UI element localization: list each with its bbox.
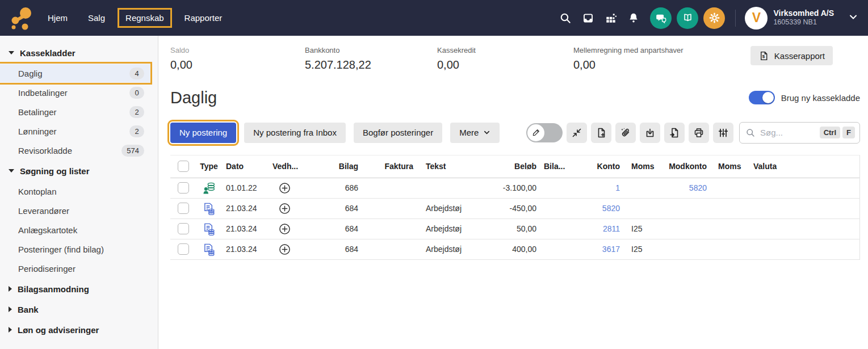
tab-rapporter[interactable]: Rapporter bbox=[184, 13, 223, 23]
kasserapport-button[interactable]: $ Kasserapport bbox=[750, 46, 833, 65]
settings-gear-icon[interactable] bbox=[703, 7, 725, 29]
edit-mode-toggle[interactable] bbox=[526, 123, 563, 142]
add-attachment-icon[interactable] bbox=[279, 182, 291, 194]
search-icon[interactable] bbox=[554, 7, 577, 30]
table-row[interactable]: 21.03.24 684 Arbejdstøj 50,00 2811 I25 bbox=[170, 219, 859, 239]
chevron-down-icon[interactable] bbox=[848, 11, 859, 25]
sidebar-item-lonninger[interactable]: Lønninger 2 bbox=[0, 122, 150, 140]
row-checkbox[interactable] bbox=[178, 243, 189, 255]
app-grid-icon[interactable] bbox=[599, 7, 622, 30]
cell-tekst: Arbejdstøj bbox=[414, 219, 494, 239]
search-input[interactable] bbox=[760, 128, 817, 137]
sidebar-section-sogning-og-lister[interactable]: Søgning og lister bbox=[0, 161, 158, 181]
sidebar-item-revisorkladde[interactable]: Revisorkladde 574 bbox=[0, 141, 150, 159]
count-badge: 0 bbox=[129, 87, 144, 99]
account-menu[interactable]: V Virksomhed A/S 1605339 NB1 bbox=[745, 7, 834, 30]
konto-link[interactable]: 5820 bbox=[602, 204, 620, 213]
triangle-down-icon bbox=[9, 51, 14, 54]
tab-hjem[interactable]: Hjem bbox=[48, 13, 68, 23]
table-row[interactable]: 01.01.22 686 -3.100,00 1 5820 bbox=[170, 178, 859, 199]
konto-link[interactable]: 3617 bbox=[602, 245, 620, 254]
triangle-right-icon bbox=[9, 306, 12, 312]
stat-label: Bankkonto bbox=[305, 46, 437, 55]
cell-valuta bbox=[745, 239, 859, 259]
cell-belob: -450,00 bbox=[494, 199, 536, 218]
cell-bila bbox=[536, 219, 579, 239]
sidebar-item-periodiseringer[interactable]: Periodiseringer bbox=[0, 259, 150, 277]
sidebar-item-kontoplan[interactable]: Kontoplan bbox=[0, 182, 150, 200]
chat-icon[interactable] bbox=[650, 7, 672, 29]
cell-dato: 21.03.24 bbox=[221, 219, 262, 239]
chevron-down-icon bbox=[483, 129, 490, 136]
inbox-icon[interactable] bbox=[577, 7, 599, 30]
app-logo-icon[interactable] bbox=[9, 6, 34, 31]
cell-bila bbox=[536, 178, 579, 198]
ny-postering-button[interactable]: Ny postering bbox=[170, 123, 236, 143]
collapse-rows-button[interactable] bbox=[567, 123, 587, 143]
sidebar-section-bank[interactable]: Bank bbox=[0, 299, 158, 319]
cash-report-icon: $ bbox=[758, 51, 769, 61]
company-avatar: V bbox=[745, 7, 768, 30]
row-checkbox[interactable] bbox=[178, 182, 189, 194]
shortcut-key-ctrl: Ctrl bbox=[820, 127, 840, 138]
sidebar-item-leverandorer[interactable]: Leverandører bbox=[0, 201, 150, 220]
sidebar-section-bilagsanmodning[interactable]: Bilagsanmodning bbox=[0, 279, 158, 299]
finance-voucher-icon bbox=[203, 243, 216, 256]
konto-link[interactable]: 2811 bbox=[603, 224, 620, 233]
cell-dato: 21.03.24 bbox=[221, 199, 262, 218]
notifications-bell-icon[interactable] bbox=[622, 7, 645, 30]
print-button[interactable] bbox=[689, 123, 709, 143]
bogfor-posteringer-button[interactable]: Bogfør posteringer bbox=[354, 123, 442, 143]
cell-bila bbox=[536, 199, 579, 218]
sidebar-section-lon-og-adviseringer[interactable]: Løn og adviseringer bbox=[0, 319, 158, 340]
filter-settings-button[interactable] bbox=[713, 123, 733, 143]
download-button[interactable] bbox=[640, 123, 660, 143]
cell-modkonto bbox=[657, 199, 707, 218]
col-modkonto: Modkonto bbox=[657, 155, 707, 178]
item-label: Anlægskartotek bbox=[18, 225, 77, 235]
stat-label: Mellemregning med anpartshaver bbox=[573, 46, 684, 55]
select-all-checkbox[interactable] bbox=[178, 161, 189, 172]
cell-belob: 400,00 bbox=[494, 239, 536, 259]
mere-dropdown-button[interactable]: Mere bbox=[450, 123, 500, 143]
top-navbar: Hjem Salg Regnskab Rapporter bbox=[0, 0, 868, 36]
triangle-down-icon bbox=[9, 169, 14, 173]
sidebar-item-betalinger[interactable]: Betalinger 2 bbox=[0, 103, 150, 121]
col-moms-2: Moms bbox=[707, 155, 745, 178]
table-search-box: Ctrl F bbox=[739, 122, 860, 144]
col-valuta: Valuta bbox=[745, 155, 859, 178]
knowledge-book-icon[interactable] bbox=[677, 7, 698, 29]
konto-link[interactable]: 1 bbox=[615, 183, 620, 192]
sidebar-item-indbetalinger[interactable]: Indbetalinger 0 bbox=[0, 83, 150, 102]
tab-salg[interactable]: Salg bbox=[88, 13, 105, 23]
cell-valuta bbox=[745, 199, 859, 218]
cell-faktura bbox=[360, 239, 414, 259]
sidebar-section-kassekladder[interactable]: Kassekladder bbox=[0, 43, 158, 63]
company-name: Virksomhed A/S bbox=[773, 9, 834, 19]
add-attachment-icon[interactable] bbox=[279, 243, 291, 255]
main-nav-tabs: Hjem Salg Regnskab Rapporter bbox=[48, 8, 222, 28]
table-row[interactable]: 21.03.24 684 Arbejdstøj -450,00 5820 bbox=[170, 199, 859, 219]
cell-modkonto bbox=[657, 219, 707, 239]
ny-postering-fra-inbox-button[interactable]: Ny postering fra Inbox bbox=[244, 123, 346, 143]
button-label: Mere bbox=[459, 128, 479, 137]
add-attachment-icon[interactable] bbox=[279, 223, 291, 235]
new-document-button[interactable] bbox=[591, 123, 611, 143]
sidebar-item-daglig[interactable]: Daglig 4 bbox=[0, 64, 150, 82]
sidebar-item-posteringer-find-bilag[interactable]: Posteringer (find bilag) bbox=[0, 240, 150, 258]
col-vedhaeftning: Vedh... bbox=[262, 155, 307, 178]
modkonto-link[interactable]: 5820 bbox=[689, 183, 707, 192]
brug-ny-kassekladde-toggle[interactable] bbox=[749, 91, 775, 104]
sidebar-item-anlaegskartotek[interactable]: Anlægskartotek bbox=[0, 221, 150, 239]
export-document-button[interactable] bbox=[664, 123, 685, 143]
row-checkbox[interactable] bbox=[178, 203, 189, 214]
tab-regnskab[interactable]: Regnskab bbox=[118, 8, 172, 28]
cell-moms: I25 bbox=[620, 239, 657, 259]
table-row[interactable]: 21.03.24 684 Arbejdstøj 400,00 3617 I25 bbox=[170, 239, 859, 260]
row-checkbox[interactable] bbox=[178, 223, 189, 234]
count-badge: 2 bbox=[129, 125, 144, 137]
section-label: Bank bbox=[18, 305, 39, 314]
smart-attach-button[interactable] bbox=[615, 123, 636, 143]
item-label: Indbetalinger bbox=[18, 88, 68, 98]
add-attachment-icon[interactable] bbox=[279, 203, 291, 215]
